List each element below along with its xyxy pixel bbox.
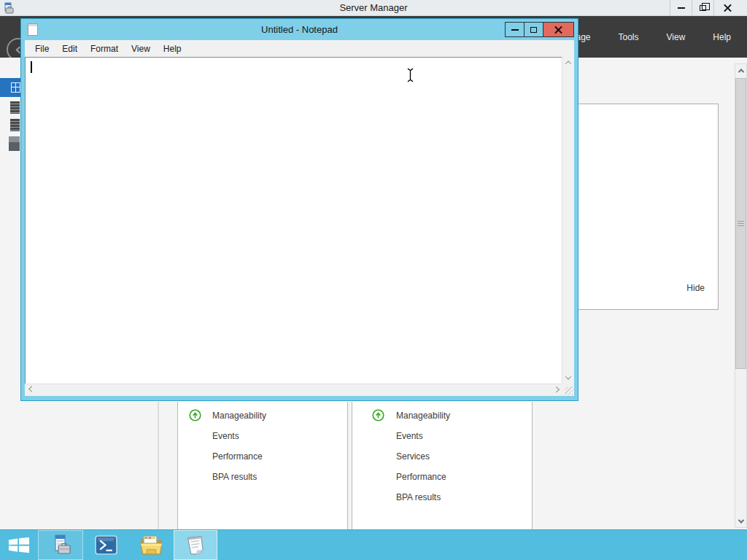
tile-row-performance[interactable]: Performance	[178, 446, 347, 467]
restore-button[interactable]	[692, 0, 713, 15]
tile-row-services[interactable]: Services	[352, 446, 532, 467]
notepad-titlebar[interactable]: Untitled - Notepad	[21, 19, 578, 40]
taskbar-file-explorer-button[interactable]	[128, 530, 174, 560]
dashboard-tile-servers: Manageability Events Services Performanc…	[352, 402, 533, 529]
menu-view[interactable]: View	[662, 29, 690, 45]
menu-view[interactable]: View	[125, 44, 157, 54]
scroll-right-button[interactable]	[550, 384, 562, 396]
minimize-icon	[511, 29, 519, 31]
text-caret	[31, 61, 32, 73]
i-beam-cursor-icon	[405, 67, 416, 83]
green-up-arrow-icon	[372, 409, 384, 421]
menu-help[interactable]: Help	[157, 44, 188, 54]
scroll-up-button[interactable]	[735, 64, 746, 77]
window-controls	[506, 22, 574, 37]
tile-row-label: Performance	[212, 451, 263, 462]
notepad-client-area: File Edit Format View Help	[25, 40, 574, 396]
scroll-up-button[interactable]	[562, 57, 574, 69]
main-scrollbar[interactable]	[735, 63, 747, 528]
tile-row-label: Events	[396, 431, 423, 441]
window-title: Untitled - Notepad	[21, 19, 578, 40]
tile-row-label: BPA results	[212, 472, 257, 482]
menu-format[interactable]: Format	[84, 44, 125, 54]
tile-row-manageability[interactable]: Manageability	[352, 405, 532, 426]
dashboard-tile-roles: Manageability Events Performance BPA res…	[177, 402, 348, 529]
close-icon	[554, 26, 562, 34]
taskbar-notepad-button[interactable]	[174, 530, 217, 560]
close-button[interactable]	[713, 0, 741, 15]
tile-row-label: Manageability	[396, 411, 450, 421]
restore-icon	[700, 5, 706, 11]
horizontal-scrollbar[interactable]	[25, 384, 562, 396]
menu-help[interactable]: Help	[708, 29, 735, 45]
scroll-down-button[interactable]	[562, 372, 574, 384]
notepad-window: Untitled - Notepad File Edit Format View…	[20, 18, 578, 401]
green-up-arrow-icon	[189, 409, 201, 421]
notepad-icon	[185, 534, 206, 556]
tile-row-bpa[interactable]: BPA results	[178, 467, 347, 487]
windows-logo-icon	[8, 537, 30, 553]
powershell-icon	[95, 535, 117, 555]
tile-row-performance[interactable]: Performance	[352, 467, 532, 487]
close-icon	[724, 4, 732, 12]
menu-edit[interactable]: Edit	[55, 44, 84, 54]
dashboard-icon	[11, 82, 20, 93]
hide-link[interactable]: Hide	[686, 283, 705, 293]
resize-grip[interactable]	[562, 384, 574, 396]
tile-row-label: Events	[212, 431, 239, 441]
close-button[interactable]	[543, 22, 574, 37]
maximize-icon	[530, 27, 537, 33]
file-explorer-icon	[139, 534, 163, 556]
notepad-menubar: File Edit Format View Help	[25, 40, 574, 57]
tile-row-label: Manageability	[212, 411, 266, 421]
scroll-down-button[interactable]	[735, 515, 746, 527]
menu-file[interactable]: File	[28, 44, 55, 54]
sidebar-item-icon[interactable]	[10, 101, 20, 114]
window-title: Server Manager	[0, 0, 747, 16]
start-button[interactable]	[0, 530, 38, 560]
minimize-icon	[678, 7, 685, 9]
tile-divider	[158, 402, 159, 529]
chevron-up-icon	[738, 69, 743, 74]
menu-tools[interactable]: Tools	[614, 29, 643, 45]
vertical-scrollbar[interactable]	[562, 57, 574, 384]
grip-icon	[565, 386, 573, 395]
tile-row-label: Performance	[396, 472, 446, 482]
tile-row-events[interactable]: Events	[178, 426, 347, 446]
maximize-button[interactable]	[524, 22, 543, 37]
tile-row-label: Services	[396, 451, 430, 462]
chevron-up-icon	[565, 61, 571, 66]
tile-row-label: BPA results	[396, 492, 441, 502]
tile-row-bpa[interactable]: BPA results	[352, 487, 532, 508]
taskbar-powershell-button[interactable]	[83, 530, 128, 560]
sidebar-item-icon[interactable]	[9, 136, 20, 151]
server-manager-titlebar: Server Manager	[0, 0, 747, 16]
scroll-left-button[interactable]	[25, 384, 36, 396]
taskbar-server-manager-button[interactable]	[38, 530, 83, 560]
scrollbar-thumb[interactable]	[735, 78, 746, 369]
chevron-left-icon	[28, 386, 34, 392]
taskbar: 4:58 AM 12/4/2025	[0, 529, 747, 560]
chevron-right-icon	[553, 386, 559, 392]
chevron-down-icon	[565, 373, 571, 379]
sidebar-item-icon[interactable]	[10, 119, 20, 131]
desktop: Server Manager Manage Tools View Help Hi…	[0, 0, 747, 560]
minimize-button[interactable]	[505, 22, 525, 37]
server-manager-menubar: Manage Tools View Help	[554, 16, 735, 58]
chevron-down-icon	[738, 517, 743, 523]
tile-row-manageability[interactable]: Manageability	[178, 405, 347, 426]
minimize-button[interactable]	[670, 0, 692, 15]
notepad-text-area[interactable]	[25, 57, 574, 396]
tile-row-events[interactable]: Events	[352, 426, 532, 446]
server-manager-icon	[49, 534, 72, 557]
grip-icon	[738, 221, 744, 226]
